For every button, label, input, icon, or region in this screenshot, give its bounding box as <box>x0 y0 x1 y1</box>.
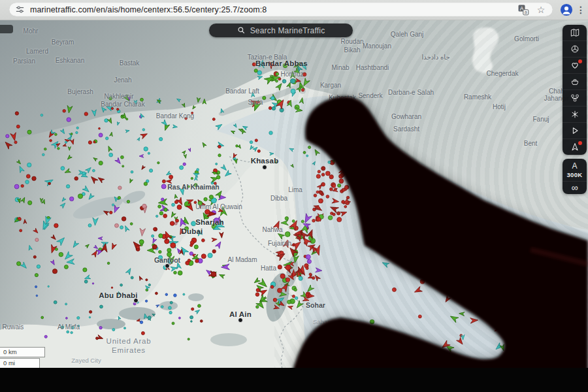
browser-toolbar: marinetraffic.com/en/ais/home/centerx:56… <box>0 0 588 20</box>
infinity-icon: ∞ <box>563 181 587 191</box>
vessels-button[interactable] <box>563 73 587 90</box>
vessel-a-icon: A <box>572 162 577 170</box>
edge-notch <box>0 25 13 33</box>
svg-text:a: a <box>525 10 527 14</box>
play-icon <box>570 126 580 135</box>
browser-menu-icon[interactable]: ⋮ <box>576 3 585 17</box>
bookmark-star-icon[interactable]: ☆ <box>535 4 547 16</box>
map-icon <box>570 28 580 37</box>
vessel-counter[interactable]: A 300K ∞ <box>563 159 587 194</box>
map-toolbar: A 300K ∞ <box>563 25 587 194</box>
scale-bar-mi: 0 mi <box>0 358 40 368</box>
search-icon <box>237 26 246 35</box>
ports-icon <box>570 93 580 103</box>
globe-icon <box>570 44 580 54</box>
url-text[interactable]: marinetraffic.com/en/ais/home/centerx:56… <box>30 5 267 14</box>
hand-layer <box>0 0 588 392</box>
toolbar-button-group <box>563 25 587 155</box>
profile-avatar[interactable] <box>560 3 573 16</box>
scale-km-label: 0 km <box>3 348 17 355</box>
playback-button[interactable] <box>563 122 587 139</box>
vessel-count: 300K <box>567 171 583 178</box>
map-canvas[interactable]: MohrBeyramLamerdParsianEshkananBastakJen… <box>0 0 588 392</box>
notification-badge <box>578 141 582 145</box>
search-bar[interactable]: Search MarineTraffic <box>209 24 353 37</box>
notification-badge <box>578 59 582 63</box>
photo-bottom-bezel <box>0 368 588 392</box>
map-layers-button[interactable] <box>563 25 587 41</box>
search-placeholder: Search MarineTraffic <box>250 26 325 35</box>
url-bar[interactable]: marinetraffic.com/en/ais/home/centerx:56… <box>9 3 553 16</box>
scale-bar-km: 0 km <box>0 347 45 357</box>
weather-button[interactable] <box>563 106 587 122</box>
voyage-planner-button[interactable] <box>563 139 587 155</box>
photographed-screen: MohrBeyramLamerdParsianEshkananBastakJen… <box>0 0 588 392</box>
translate-icon[interactable]: A a <box>517 4 529 16</box>
favorites-button[interactable] <box>563 57 587 73</box>
wind-icon <box>570 110 580 119</box>
scale-mi-label: 0 mi <box>3 359 15 367</box>
filters-button[interactable] <box>563 41 587 57</box>
hand-silhouette <box>287 97 588 392</box>
ship-icon <box>570 77 580 86</box>
ports-button[interactable] <box>563 90 587 106</box>
site-settings-icon[interactable] <box>15 5 25 14</box>
